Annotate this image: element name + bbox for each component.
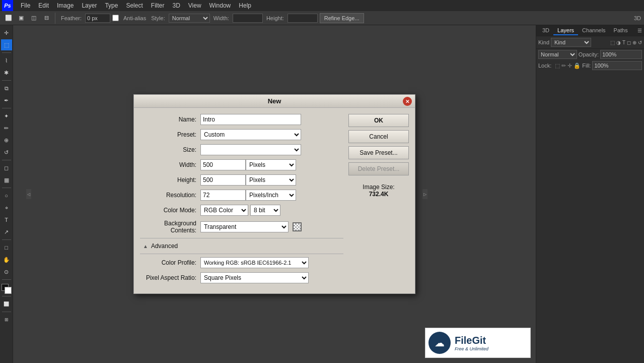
- lock-position-icon[interactable]: ✛: [567, 63, 572, 69]
- style-select[interactable]: Normal Fixed Ratio Fixed Size: [169, 14, 210, 23]
- name-input[interactable]: [200, 114, 301, 125]
- tab-channels[interactable]: Channels: [578, 26, 609, 35]
- refine-edge-button[interactable]: Refine Edge...: [320, 13, 364, 23]
- brush-tool[interactable]: ✏: [1, 123, 12, 134]
- spot-heal-tool[interactable]: ✦: [1, 110, 12, 122]
- color-mode-row: Color Mode: BitmapGrayscaleRGB ColorCMYK…: [140, 205, 343, 216]
- antialias-checkbox[interactable]: [112, 15, 119, 21]
- hand-tool[interactable]: ✋: [1, 254, 12, 265]
- ok-button[interactable]: OK: [348, 114, 409, 127]
- fill-input[interactable]: [592, 61, 642, 70]
- eyedropper-tool[interactable]: ✒: [1, 95, 12, 106]
- toolbar-btn-2[interactable]: ◫: [28, 13, 39, 24]
- menu-select[interactable]: Select: [122, 1, 146, 10]
- advanced-toggle[interactable]: ▲ Advanced: [140, 240, 343, 252]
- tab-layers[interactable]: Layers: [553, 26, 578, 35]
- selection-tool[interactable]: ⬚: [1, 39, 12, 50]
- menu-help[interactable]: Help: [235, 1, 255, 10]
- quick-mask-btn[interactable]: ⬜: [1, 298, 12, 310]
- eraser-tool[interactable]: ◻: [1, 162, 12, 173]
- height-label: Height:: [140, 176, 200, 184]
- width-input[interactable]: [233, 14, 263, 23]
- preset-select[interactable]: Custom Default Photoshop Size U.S. Paper…: [200, 129, 301, 140]
- shape-tool[interactable]: □: [1, 242, 12, 253]
- path-selection-tool[interactable]: ↗: [1, 226, 12, 237]
- blend-mode-row: Normal Opacity:: [536, 49, 644, 60]
- left-panel-collapse[interactable]: ◁: [26, 189, 31, 199]
- adjustment-filter-icon[interactable]: ◑: [616, 40, 621, 45]
- bg-color-swatch[interactable]: [293, 222, 302, 231]
- lasso-tool[interactable]: ⌇: [1, 55, 12, 66]
- save-preset-button[interactable]: Save Preset...: [348, 146, 409, 159]
- toolbar: ⬜ ▣ ◫ ⊟ Feather: Anti-alias Style: Norma…: [0, 11, 644, 25]
- text-tool[interactable]: T: [1, 214, 12, 225]
- dodge-tool[interactable]: ○: [1, 190, 12, 201]
- clone-tool[interactable]: ⊕: [1, 135, 12, 146]
- smart-filter-icon[interactable]: ⊕: [632, 40, 636, 45]
- panel-menu-icon[interactable]: ☰: [637, 28, 642, 33]
- color-depth-select[interactable]: 8 bit16 bit32 bit: [250, 205, 280, 216]
- tab-paths[interactable]: Paths: [610, 26, 632, 35]
- menu-window[interactable]: Window: [206, 1, 235, 10]
- opacity-input[interactable]: [600, 50, 642, 59]
- dialog-close-button[interactable]: ✕: [403, 97, 412, 106]
- menu-edit[interactable]: Edit: [35, 1, 52, 10]
- pixel-aspect-select[interactable]: Square Pixels D1/DV NTSC (0.91) D1/DV PA…: [200, 272, 309, 283]
- screen-mode-btn[interactable]: ⊞: [1, 314, 12, 325]
- width-unit-select[interactable]: PixelsInchesCentimeters: [246, 159, 296, 170]
- size-select[interactable]: [200, 144, 301, 155]
- gradient-tool[interactable]: ▦: [1, 174, 12, 186]
- panel-search-row: Kind Kind ⬚ ◑ T ◻ ⊕ ↺: [536, 36, 644, 49]
- feather-label: Feather:: [59, 15, 83, 21]
- menu-filter[interactable]: Filter: [148, 1, 168, 10]
- pixel-aspect-row: Pixel Aspect Ratio: Square Pixels D1/DV …: [140, 272, 343, 283]
- crop-tool[interactable]: ⧉: [1, 83, 12, 94]
- menu-layer[interactable]: Layer: [78, 1, 100, 10]
- type-filter-icon[interactable]: T: [622, 40, 625, 45]
- tab-3d[interactable]: 3D: [538, 26, 553, 35]
- height-unit-select[interactable]: PixelsInches: [246, 174, 296, 186]
- rectangular-marquee-tool[interactable]: ⬜: [3, 13, 14, 24]
- color-profile-select[interactable]: Working RGB: sRGB IEC61966-2.1 sRGB IEC6…: [200, 257, 309, 268]
- width-input-dialog[interactable]: [200, 159, 246, 170]
- history-brush-tool[interactable]: ↺: [1, 147, 12, 158]
- lock-all-icon[interactable]: 🔒: [574, 63, 581, 69]
- lock-image-icon[interactable]: ✏: [561, 63, 566, 69]
- shape-filter-icon[interactable]: ◻: [627, 40, 631, 45]
- resolution-input[interactable]: [200, 190, 246, 201]
- lock-transparent-icon[interactable]: ⬚: [555, 63, 560, 69]
- bg-contents-select[interactable]: TransparentWhiteBackground ColorBlack: [200, 221, 289, 232]
- height-input[interactable]: [288, 14, 318, 23]
- pixel-aspect-label: Pixel Aspect Ratio:: [140, 274, 200, 281]
- pixel-filter-icon[interactable]: ⬚: [610, 40, 615, 45]
- menu-type[interactable]: Type: [101, 1, 121, 10]
- size-row: Size:: [140, 144, 343, 155]
- app-logo: Ps: [2, 0, 13, 11]
- menu-file[interactable]: File: [17, 1, 34, 10]
- menu-3d[interactable]: 3D: [169, 1, 183, 10]
- height-input-dialog[interactable]: [200, 174, 246, 186]
- toolbar-btn-3[interactable]: ⊟: [41, 13, 52, 24]
- cancel-button[interactable]: Cancel: [348, 130, 409, 143]
- toolbar-btn-1[interactable]: ▣: [16, 13, 27, 24]
- move-tool[interactable]: ✛: [1, 27, 12, 38]
- refresh-icon[interactable]: ↺: [638, 40, 642, 45]
- dialog-actions: OK Cancel Save Preset... Delete Preset..…: [348, 114, 409, 287]
- tool-separator-6: [2, 239, 11, 240]
- right-panel-collapse[interactable]: ▷: [422, 189, 427, 199]
- menu-image[interactable]: Image: [53, 1, 77, 10]
- feather-input[interactable]: [85, 14, 110, 23]
- width-label: Width:: [140, 161, 200, 168]
- zoom-tool[interactable]: ⊙: [1, 266, 12, 277]
- resolution-unit-select[interactable]: Pixels/InchPixels/Centimeter: [246, 190, 296, 201]
- 3d-label: 3D: [634, 15, 641, 21]
- opacity-label: Opacity:: [579, 51, 599, 57]
- pen-tool[interactable]: ⌖: [1, 202, 12, 213]
- blend-mode-select[interactable]: Normal: [538, 50, 577, 59]
- menu-view[interactable]: View: [185, 1, 205, 10]
- selection-tools-group: ⬜ ▣ ◫ ⊟: [3, 13, 55, 24]
- kind-select[interactable]: Kind: [551, 38, 591, 47]
- magic-wand-tool[interactable]: ✱: [1, 67, 12, 78]
- background-color[interactable]: [5, 287, 12, 294]
- color-mode-select[interactable]: BitmapGrayscaleRGB ColorCMYK Color: [200, 205, 248, 216]
